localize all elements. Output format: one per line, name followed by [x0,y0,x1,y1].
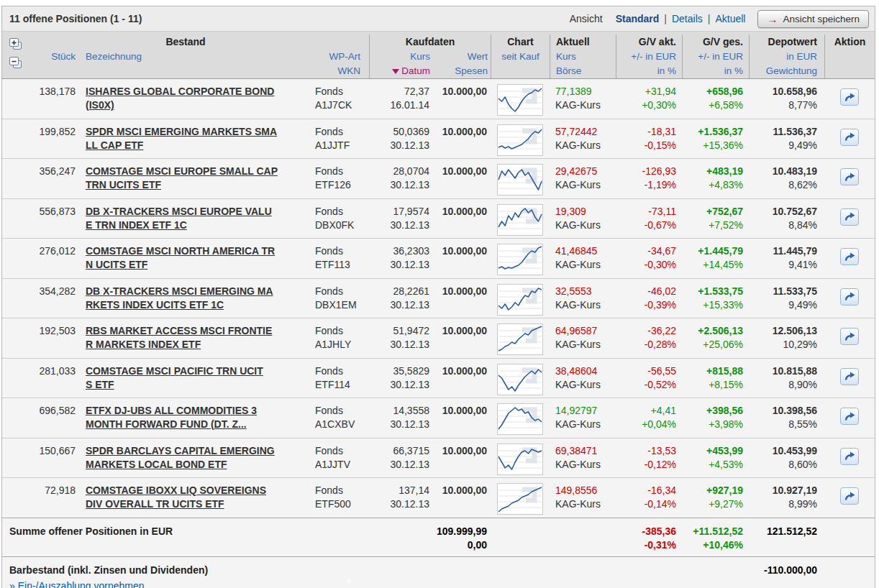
position-name: RBS MARKET ACCESS MSCI FRONTIE R MARKETS… [78,324,314,358]
security-type-wkn: Fonds ETF500 [314,484,369,518]
position-value-eur: 10.483,19 [749,165,817,178]
position-name-link[interactable]: COMSTAGE MSCI NORTH AMERICA TR [86,244,314,258]
purchase-date: 30.12.13 [369,418,429,431]
view-tab-aktuell[interactable]: Aktuell [715,13,745,24]
mini-chart[interactable] [497,403,543,435]
position-name-link[interactable]: COMSTAGE MSCI PACIFIC TRN UCIT [86,364,314,378]
sort-aktuell-kurs-link[interactable]: Kurs [556,50,616,64]
summary-label: Summe offener Positionen in EUR [2,525,434,556]
position-action-button[interactable] [840,248,859,265]
mini-chart[interactable] [497,364,543,395]
position-weight-pct: 8,99% [749,497,817,511]
mini-chart[interactable] [497,444,543,475]
position-name-link-line2[interactable]: S ETF [86,378,314,392]
position-name-link-line2[interactable]: MONTH FORWARD FUND (DT. Z... [86,418,314,431]
header-group-aktuell: Aktuell Kurs Börse [550,35,616,78]
action-cell [824,125,875,159]
position-name: COMSTAGE MSCI EUROPE SMALL CAP TRN UCITS… [78,165,314,198]
position-action-button[interactable] [840,129,859,146]
security-type: Fonds [315,85,369,98]
position-name-link[interactable]: ETFX DJ-UBS ALL COMMODITIES 3 [86,404,314,418]
header-group-depotwert: Depotwert in EUR Gewichtung [749,35,824,78]
position-name-link[interactable]: DB X-TRACKERS MSCI EUROPE VALU [86,205,314,219]
gain-loss-today-eur: -34,67 [616,244,676,258]
position-name-link-line2[interactable]: R MARKETS INDEX ETF [86,338,314,352]
cash-balance-label: Barbestand (inkl. Zinsen und Dividenden) [9,563,616,577]
redirect-arrow-icon [844,212,855,221]
sort-gewichtung-link[interactable]: Gewichtung [750,64,817,78]
position-name-link-line2[interactable]: RKETS INDEX UCITS ETF 1C [86,298,314,312]
position-value: 11.445,79 9,41% [749,244,824,278]
mini-chart[interactable] [497,284,543,316]
sort-gv-akt-pct-link[interactable]: in % [616,64,676,78]
save-view-button[interactable]: → Ansicht speichern [757,10,869,28]
position-name-link-line2[interactable]: LL CAP ETF [86,139,314,152]
sort-depotwert-eur-link[interactable]: in EUR [750,50,817,64]
gain-loss-total: +1.536,37 +15,36% [682,125,749,159]
gain-loss-today: -18,31 -0,15% [616,125,682,159]
sort-stueck-link[interactable]: Stück [37,50,78,64]
position-action-button[interactable] [840,288,859,306]
chart-seit-kauf-link[interactable]: seit Kauf [491,50,550,64]
expand-all-icon[interactable] [9,37,22,50]
mini-chart[interactable] [497,483,543,515]
mini-chart[interactable] [497,124,543,156]
gain-loss-today-pct: -0,15% [616,139,676,152]
mini-chart[interactable] [497,84,543,116]
position-action-button[interactable] [840,487,859,505]
position-action-button[interactable] [840,328,859,345]
position-name-link[interactable]: SPDR BARCLAYS CAPITAL EMERGING [86,444,314,458]
position-action-button[interactable] [840,208,859,226]
purchase-price: 50,0369 [369,125,429,139]
position-name-link-line2[interactable]: DIV OVERALL TR UCITS ETF [86,497,314,511]
position-name-link[interactable]: ISHARES GLOBAL CORPORATE BOND [86,85,314,98]
position-name-link-line2[interactable]: MARKETS LOCAL BOND ETF [86,458,314,472]
position-name-link[interactable]: SPDR MSCI EMERGING MARKETS SMA [86,125,314,139]
current-price-cell: 77,1389 KAG-Kurs [550,85,616,119]
gain-loss-total: +1.533,75 +15,33% [682,285,749,318]
shares-count: 192,503 [37,324,78,358]
depot-positions-panel: 11 offene Positionen (1 - 11) Ansicht St… [1,6,875,588]
position-action-button[interactable] [840,448,859,465]
sort-spesen-link[interactable]: Spesen [434,64,491,78]
position-name-link[interactable]: COMSTAGE IBOXX LIQ SOVEREIGNS [86,484,314,497]
view-tab-standard[interactable]: Standard [616,13,660,24]
table-row: 276,012 COMSTAGE MSCI NORTH AMERICA TR N… [2,239,875,279]
sort-gv-ges-eur-link[interactable]: +/- in EUR [683,50,743,64]
purchase-value: 10.000,00 [434,404,491,438]
security-type-wkn: Fonds ETF126 [314,165,369,198]
sort-bezeichnung-link[interactable]: Bezeichnung [78,50,314,64]
position-name-link-line2[interactable]: TRN UCITS ETF [86,178,314,192]
sort-gv-akt-eur-link[interactable]: +/- in EUR [616,50,676,64]
collapse-all-icon[interactable] [9,56,22,69]
sort-wert-link[interactable]: Wert [434,50,491,64]
position-name-link-line2[interactable]: (IS0X) [86,98,314,112]
sort-kurs-link[interactable]: Kurs [370,50,434,64]
gain-loss-today-pct: -0,39% [616,298,676,312]
mini-chart[interactable] [497,244,543,275]
position-name-link[interactable]: DB X-TRACKERS MSCI EMERGING MA [86,285,314,298]
position-name-link[interactable]: COMSTAGE MSCI EUROPE SMALL CAP [86,165,314,178]
wkn-code: A1JJTV [315,458,369,472]
sort-gv-ges-pct-link[interactable]: in % [683,64,743,78]
position-action-button[interactable] [840,168,859,185]
view-tab-details[interactable]: Details [672,13,703,24]
mini-chart[interactable] [497,204,543,236]
position-name-link[interactable]: RBS MARKET ACCESS MSCI FRONTIE [86,324,314,338]
sort-boerse-link[interactable]: Börse [556,64,616,78]
sort-wp-art-link[interactable]: WP-Art [314,50,369,64]
position-action-button[interactable] [840,88,859,106]
shares-count: 72,918 [37,484,78,518]
current-price: 57,72442 [555,125,616,139]
shares-count: 696,582 [37,404,78,438]
position-action-button[interactable] [840,408,859,425]
position-name-link-line2[interactable]: N UCITS ETF [86,258,314,272]
position-action-button[interactable] [840,368,859,385]
mini-chart[interactable] [497,164,543,196]
position-name-link-line2[interactable]: E TRN INDEX ETF 1C [86,219,314,232]
mini-chart[interactable] [497,323,543,355]
security-type-wkn: Fonds ETF113 [314,244,369,278]
sort-datum-link[interactable]: Datum [370,64,434,78]
deposit-withdrawal-link[interactable]: » Ein-/Auszahlung vornehmen [9,579,145,588]
sort-wkn-link[interactable]: WKN [314,64,369,78]
